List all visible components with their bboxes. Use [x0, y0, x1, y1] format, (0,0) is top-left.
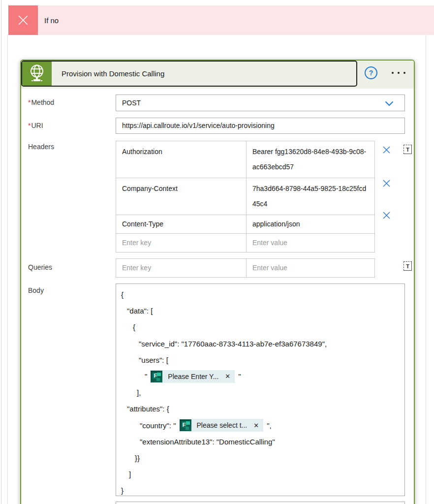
body-label: Body	[28, 284, 116, 294]
question-mark-icon: ?	[369, 69, 373, 77]
header-row: Content-Type application/json	[116, 215, 374, 233]
x-icon	[382, 146, 391, 154]
header-value-cell[interactable]: application/json	[247, 215, 374, 233]
pill-remove-icon[interactable]: ✕	[253, 422, 259, 429]
x-icon	[382, 211, 391, 220]
body-line: "data": [	[116, 303, 404, 319]
pill-remove-icon[interactable]: ✕	[225, 373, 230, 380]
header-value-cell[interactable]: Bearer fgg13620d8-84e8-493b-9c08-ac663eb…	[247, 141, 374, 178]
query-value-input[interactable]	[252, 260, 369, 276]
x-icon	[382, 179, 391, 188]
cookie-label: Cookie	[28, 502, 116, 504]
http-action-card: Provision with Domestic Calling ? *Metho…	[20, 60, 415, 504]
header-row-empty	[116, 233, 374, 252]
header-key-input[interactable]	[122, 235, 240, 251]
query-key-input[interactable]	[122, 260, 240, 276]
flow-designer-canvas: If no	[0, 0, 434, 504]
body-line: " F Please Enter Y... ✕ "	[116, 368, 404, 384]
queries-text-mode-toggle[interactable]: T	[403, 261, 412, 271]
method-select[interactable]: POST	[116, 94, 405, 111]
header-value-cell	[247, 234, 374, 252]
method-label: *Method	[28, 94, 116, 106]
queries-table-wrap: T	[116, 258, 405, 278]
method-value: POST	[122, 99, 141, 107]
chevron-down-icon	[385, 101, 394, 106]
headers-label: Headers	[28, 141, 116, 151]
query-row-empty	[116, 259, 374, 277]
uri-label: *URI	[28, 118, 116, 129]
body-line: "users": [	[116, 352, 404, 368]
action-card-body: *Method POST *URI https://api.callroute.…	[21, 89, 414, 504]
action-menu-button[interactable]	[392, 68, 405, 78]
cookie-input[interactable]	[116, 502, 405, 504]
forms-icon: F	[180, 419, 191, 431]
dynamic-content-pill-country[interactable]: F Please select t... ✕	[180, 419, 264, 432]
remove-header-button[interactable]	[382, 179, 391, 189]
required-asterisk: *	[28, 98, 31, 106]
header-value-cell[interactable]: 7ha3d664-8798-44a5-9825-18c25fcd45c4	[247, 178, 374, 215]
queries-table	[116, 258, 375, 278]
forms-icon: F	[151, 371, 162, 382]
header-key-cell[interactable]: Company-Context	[116, 178, 247, 215]
scope-left-border	[1, 0, 1, 504]
headers-text-mode-toggle[interactable]: T	[403, 145, 412, 154]
body-line: ],	[116, 384, 404, 401]
header-row: Company-Context 7ha3d664-8798-44a5-9825-…	[116, 178, 374, 215]
body-line: {	[116, 319, 404, 335]
uri-input[interactable]: https://api.callroute.io/v1/service/auto…	[116, 118, 405, 134]
http-connector-tile	[22, 62, 52, 86]
header-value-input[interactable]	[252, 235, 369, 251]
branch-title: If no	[44, 16, 59, 25]
queries-label: Queries	[28, 258, 116, 271]
condition-false-button[interactable]	[8, 5, 38, 35]
pill-label: Please Enter Y...	[168, 373, 218, 380]
body-line: "extensionAttribute13": "DomesticCalling…	[116, 434, 404, 450]
headers-table-wrap: Authorization Bearer fgg13620d8-84e8-493…	[116, 141, 405, 252]
header-key-cell	[116, 234, 247, 252]
dynamic-content-pill-users[interactable]: F Please Enter Y... ✕	[151, 370, 235, 383]
header-row: Authorization Bearer fgg13620d8-84e8-493…	[116, 141, 374, 178]
headers-table: Authorization Bearer fgg13620d8-84e8-493…	[116, 141, 375, 252]
body-line: }	[116, 482, 404, 496]
if-no-branch-header[interactable]: If no	[8, 5, 434, 35]
pill-label: Please select t...	[197, 421, 248, 429]
action-card-header: Provision with Domestic Calling ?	[21, 61, 414, 89]
body-line: "attributes": {	[116, 401, 404, 417]
remove-header-button[interactable]	[382, 146, 391, 156]
body-line: "service_id": "17760aac-8733-4113-ab7e-e…	[116, 336, 404, 352]
remove-header-button[interactable]	[382, 211, 391, 221]
action-title: Provision with Domestic Calling	[62, 69, 164, 78]
action-title-button[interactable]: Provision with Domestic Calling	[21, 61, 357, 87]
globe-icon	[28, 63, 46, 84]
header-key-cell[interactable]: Content-Type	[116, 215, 247, 233]
header-key-cell[interactable]: Authorization	[116, 141, 247, 178]
ellipsis-icon	[392, 72, 394, 74]
body-line: "country": " F Please select t... ✕ ",	[116, 417, 404, 434]
body-line: ]	[116, 466, 404, 482]
x-icon	[17, 14, 30, 27]
body-line: {	[116, 286, 404, 303]
body-line: }}	[116, 450, 404, 466]
body-editor[interactable]: { "data": [ { "service_id": "17760aac-87…	[116, 284, 405, 496]
help-button[interactable]: ?	[365, 66, 377, 79]
